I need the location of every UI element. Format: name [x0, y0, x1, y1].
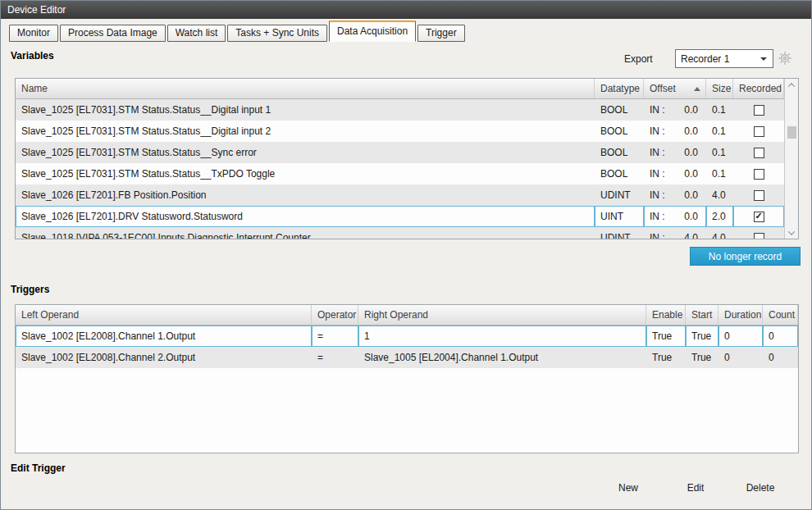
variable-name-cell: Slave_1026 [EL7201].DRV Statusword.Statu… — [16, 206, 595, 227]
variables-table-header: NameDatatypeOffsetSizeRecorded — [16, 79, 784, 99]
column-header-label: Start — [691, 309, 712, 321]
variable-size-cell: 4.0 — [706, 227, 733, 239]
edit-button[interactable]: Edit — [677, 482, 714, 494]
recorder-select-value: Recorder 1 — [681, 53, 729, 65]
variable-size-cell: 0.1 — [706, 121, 733, 142]
recorder-select[interactable]: Recorder 1 — [675, 49, 773, 68]
trigger-enable-cell: True — [646, 347, 686, 368]
variable-row[interactable]: Slave_1018 [VIPA 053-1EC00].Inputs.Diagn… — [16, 227, 784, 239]
variable-offset-cell: IN :0.0 — [644, 121, 706, 142]
column-header-size[interactable]: Size — [706, 79, 733, 98]
recorded-checkbox[interactable] — [754, 233, 764, 239]
recorded-checkbox[interactable] — [754, 212, 764, 222]
variable-size-cell: 0.1 — [706, 142, 733, 163]
trigger-count-cell: 0 — [763, 326, 798, 347]
variables-section-label: Variables — [11, 50, 54, 61]
column-header-start[interactable]: Start — [686, 305, 718, 325]
variable-offset-cell: IN :0.0 — [644, 142, 706, 163]
recorded-checkbox[interactable] — [754, 169, 764, 180]
variable-offset-cell: IN :0.0 — [644, 184, 706, 206]
variable-recorded-cell — [733, 163, 784, 184]
column-header-duration[interactable]: Duration — [718, 305, 763, 325]
variable-size-cell: 2.0 — [706, 206, 733, 227]
variable-recorded-cell — [733, 99, 784, 121]
variable-row[interactable]: Slave_1025 [EL7031].STM Status.Status__T… — [16, 163, 784, 184]
trigger-row[interactable]: Slave_1002 [EL2008].Channel 2.Output=Sla… — [16, 347, 798, 368]
variable-name-cell: Slave_1025 [EL7031].STM Status.Status__D… — [16, 99, 595, 121]
gear-icon[interactable] — [778, 51, 792, 66]
variable-row[interactable]: Slave_1025 [EL7031].STM Status.Status__S… — [16, 142, 784, 163]
column-header-left-operand[interactable]: Left Operand — [16, 305, 312, 325]
offset-direction: IN : — [650, 125, 665, 137]
recorded-checkbox[interactable] — [754, 126, 764, 137]
column-header-operator[interactable]: Operator — [312, 305, 358, 325]
scrollbar-thumb[interactable] — [787, 126, 796, 139]
offset-direction: IN : — [650, 147, 665, 158]
offset-value: 0.0 — [684, 125, 698, 137]
offset-direction: IN : — [650, 232, 665, 239]
chevron-down-icon — [760, 57, 767, 61]
column-header-enable[interactable]: Enable — [646, 305, 686, 325]
variable-datatype-cell: BOOL — [595, 121, 644, 142]
trigger-start-cell: True — [686, 326, 718, 347]
variable-recorded-cell — [733, 227, 784, 239]
offset-value: 0.0 — [684, 211, 698, 222]
column-header-label: Right Operand — [364, 309, 428, 321]
variable-row[interactable]: Slave_1025 [EL7031].STM Status.Status__D… — [16, 121, 784, 142]
scroll-down-button[interactable] — [785, 226, 798, 239]
variable-offset-cell: IN :0.0 — [644, 99, 706, 121]
variable-recorded-cell — [733, 184, 784, 206]
trigger-row[interactable]: Slave_1002 [EL2008].Channel 1.Output=1Tr… — [16, 326, 798, 347]
offset-direction: IN : — [650, 189, 665, 201]
tab-bar: MonitorProcess Data ImageWatch listTasks… — [1, 20, 811, 42]
column-header-offset[interactable]: Offset — [644, 79, 706, 98]
variables-scrollbar[interactable] — [784, 79, 798, 239]
variable-offset-cell: IN :0.0 — [644, 206, 706, 227]
variable-row[interactable]: Slave_1026 [EL7201].DRV Statusword.Statu… — [16, 206, 784, 227]
column-header-label: Size — [712, 83, 731, 94]
new-button[interactable]: New — [609, 482, 647, 494]
recorded-checkbox[interactable] — [754, 148, 764, 158]
variable-datatype-cell: BOOL — [595, 163, 644, 184]
recorded-checkbox[interactable] — [754, 105, 764, 116]
variable-row[interactable]: Slave_1025 [EL7031].STM Status.Status__D… — [16, 99, 784, 121]
trigger-duration-cell: 0 — [718, 347, 763, 368]
variable-datatype-cell: BOOL — [595, 142, 644, 163]
column-header-recorded[interactable]: Recorded — [733, 79, 784, 98]
delete-button[interactable]: Delete — [739, 482, 782, 494]
triggers-table-body: Slave_1002 [EL2008].Channel 1.Output=1Tr… — [16, 326, 798, 453]
variable-size-cell: 0.1 — [706, 163, 733, 184]
variable-name-cell: Slave_1025 [EL7031].STM Status.Status__T… — [16, 163, 595, 184]
variable-offset-cell: IN :4.0 — [644, 227, 706, 239]
tab-watch-list[interactable]: Watch list — [167, 25, 226, 42]
no-longer-record-button[interactable]: No longer record — [690, 247, 801, 266]
tab-process-data-image[interactable]: Process Data Image — [60, 25, 166, 42]
tab-monitor[interactable]: Monitor — [9, 25, 58, 42]
chevron-up-icon — [788, 83, 795, 89]
trigger-left-cell: Slave_1002 [EL2008].Channel 1.Output — [16, 326, 312, 347]
offset-value: 0.0 — [684, 168, 698, 180]
variable-row[interactable]: Slave_1026 [EL7201].FB Position.Position… — [16, 184, 784, 206]
tab-tasks-sync-units[interactable]: Tasks + Sync Units — [227, 25, 327, 42]
trigger-enable-cell: True — [646, 326, 686, 347]
variable-recorded-cell — [733, 142, 784, 163]
column-header-datatype[interactable]: Datatype — [595, 79, 644, 98]
variable-name-cell: Slave_1025 [EL7031].STM Status.Status__S… — [16, 142, 595, 163]
column-header-right-operand[interactable]: Right Operand — [358, 305, 646, 325]
sort-ascending-icon — [694, 87, 700, 91]
variable-name-cell: Slave_1026 [EL7201].FB Position.Position — [16, 184, 595, 206]
trigger-left-cell: Slave_1002 [EL2008].Channel 2.Output — [16, 347, 312, 368]
tab-trigger[interactable]: Trigger — [417, 25, 465, 42]
tab-data-acquisition[interactable]: Data Acquisition — [329, 20, 416, 42]
chevron-down-icon — [788, 228, 795, 235]
recorded-checkbox[interactable] — [754, 190, 764, 201]
column-header-label: Datatype — [600, 83, 640, 94]
column-header-count[interactable]: Count — [763, 305, 798, 325]
scroll-up-button[interactable] — [785, 79, 798, 91]
column-header-name[interactable]: Name — [16, 79, 595, 98]
variable-name-cell: Slave_1018 [VIPA 053-1EC00].Inputs.Diagn… — [16, 227, 595, 239]
column-header-label: Name — [21, 83, 48, 94]
variable-datatype-cell: UDINT — [595, 184, 644, 206]
triggers-table-header: Left OperandOperatorRight OperandEnableS… — [16, 305, 798, 326]
window-title: Device Editor — [7, 4, 66, 16]
